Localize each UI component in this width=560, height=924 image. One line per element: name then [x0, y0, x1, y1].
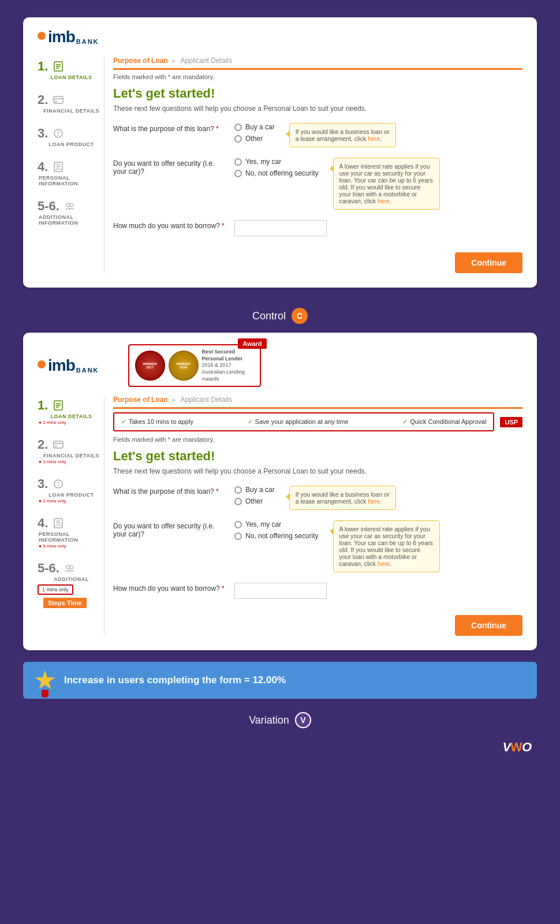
- var-step-4-icon: [51, 516, 65, 530]
- var-form-title: Let's get started!: [113, 449, 522, 464]
- var-step-2-label: FINANCIAL DETAILS: [42, 453, 99, 459]
- tooltip-link-1[interactable]: here: [368, 135, 380, 142]
- security-tooltip: A lower interest rate applies if you use…: [333, 158, 440, 210]
- variation-imb-bank-text: BANK: [76, 367, 99, 374]
- imb-bank-text: BANK: [76, 38, 99, 45]
- radio-btn-buy-car[interactable]: [234, 124, 242, 131]
- security-radio-group: Yes, my car No, not offering security: [234, 158, 319, 177]
- var-step-2-icon: [51, 438, 65, 452]
- var-security-tooltip: A lower interest rate applies if you use…: [333, 520, 440, 572]
- var-step-2-number: 2.: [38, 438, 48, 451]
- steps-time-label: Steps Time: [43, 598, 87, 608]
- radio-other[interactable]: Other: [234, 135, 275, 143]
- var-field-purpose: What is the purpose of this loan? * Buy …: [113, 486, 522, 510]
- var-radio-no-security[interactable]: No, not offering security: [234, 532, 319, 540]
- var-step-56-number: 5-6.: [38, 562, 59, 575]
- variation-sidebar: 1. LOAN DETAILS ● 2 mins only: [38, 396, 104, 636]
- result-text: Increase in users completing the form = …: [64, 675, 286, 686]
- svg-point-27: [70, 565, 73, 569]
- svg-point-25: [57, 521, 60, 524]
- var-radio-yes-car-label: Yes, my car: [245, 520, 281, 528]
- radio-yes-car[interactable]: Yes, my car: [234, 158, 319, 166]
- svg-point-12: [66, 203, 70, 207]
- tooltip-link-2[interactable]: here: [378, 198, 390, 204]
- var-borrow-input[interactable]: [234, 583, 327, 599]
- radio-btn-other[interactable]: [234, 135, 242, 143]
- usp-bar: ✓Takes 10 mins to apply ✓Save your appli…: [113, 412, 494, 431]
- var-radio-buy-car-label: Buy a car: [245, 486, 275, 494]
- award-logos: WINNER2017 WINNER2016 Best Secured Perso…: [128, 344, 261, 387]
- var-breadcrumb-inactive: Applicant Details: [181, 396, 232, 404]
- imb-logo: imb BANK: [38, 29, 522, 45]
- logo-dot: [38, 32, 46, 40]
- field-security: Do you want to offer security (i.e. your…: [113, 158, 522, 210]
- var-sidebar-step-56[interactable]: 5-6. ADDITIONAL 1 mins only: [38, 561, 104, 608]
- sidebar-step-2[interactable]: 2. FINANCIAL DETAILS: [38, 93, 104, 114]
- var-field-purpose-label: What is the purpose of this loan? *: [113, 486, 226, 495]
- usp-label-tag: USP: [500, 417, 522, 427]
- sidebar-step-56[interactable]: 5-6. ADDITIONAL INFORMATION: [38, 199, 104, 226]
- borrow-input[interactable]: [234, 220, 327, 236]
- sidebar-step-4[interactable]: 4. PERSONAL INFORMATION: [38, 160, 104, 187]
- radio-no-security-label: No, not offering security: [245, 169, 319, 177]
- var-sidebar-step-1[interactable]: 1. LOAN DETAILS ● 2 mins only: [38, 398, 104, 425]
- step-56-label: ADDITIONAL INFORMATION: [38, 214, 104, 226]
- svg-point-13: [70, 203, 73, 207]
- var-step-56-icon: [63, 561, 77, 575]
- step-3-number: 3.: [38, 127, 48, 140]
- purpose-tooltip: If you would like a business loan or a l…: [289, 123, 396, 147]
- var-sidebar-step-4[interactable]: 4. PERSONAL INFORMATION ● 3 mins only: [38, 516, 104, 549]
- var-form-subtitle: These next few questions will help you c…: [113, 467, 522, 475]
- svg-point-20: [55, 446, 57, 448]
- var-radio-yes-car[interactable]: Yes, my car: [234, 520, 319, 528]
- svg-rect-18: [54, 441, 63, 448]
- variation-badge: V: [295, 712, 311, 728]
- var-radio-btn-other[interactable]: [234, 498, 242, 505]
- var-tooltip-link-1[interactable]: here: [368, 498, 380, 505]
- radio-buy-car-label: Buy a car: [245, 123, 275, 131]
- svg-point-11: [57, 165, 60, 167]
- var-clearfix: Continue: [113, 609, 522, 636]
- sidebar-step-1[interactable]: 1. LOAN DETAILS: [38, 59, 104, 80]
- var-field-security-label: Do you want to offer security (i.e. your…: [113, 520, 226, 538]
- control-card: imb BANK 1.: [23, 17, 537, 288]
- radio-no-security[interactable]: No, not offering security: [234, 169, 319, 177]
- var-step-1-icon: [51, 398, 65, 412]
- var-step-3-label: LOAN PRODUCT: [47, 492, 94, 498]
- var-step-3-sublabel: ● 2 mins only: [38, 498, 104, 504]
- step-2-icon: [51, 93, 65, 107]
- var-sidebar-step-2[interactable]: 2. FINANCIAL DETAILS ● 1 mins only: [38, 438, 104, 464]
- var-radio-btn-buy-car[interactable]: [234, 486, 242, 494]
- var-tooltip-link-2[interactable]: here: [378, 560, 390, 567]
- variation-card: imb BANK WINNER2017 WINNER2016 Best Secu…: [23, 333, 537, 650]
- radio-buy-car[interactable]: Buy a car: [234, 123, 275, 131]
- sidebar: 1. LOAN DETAILS: [38, 57, 104, 273]
- var-radio-no-security-label: No, not offering security: [245, 532, 319, 540]
- var-radio-other-label: Other: [245, 497, 263, 505]
- control-badge: C: [292, 308, 308, 324]
- svg-point-6: [55, 101, 57, 103]
- award-description: Best Secured Personal Lender2016 & 2017 …: [202, 349, 254, 382]
- var-radio-btn-no-security[interactable]: [234, 532, 242, 540]
- var-radio-other[interactable]: Other: [234, 497, 275, 505]
- mandatory-note: Fields marked with * are mandatory.: [113, 73, 522, 80]
- var-continue-button[interactable]: Continue: [455, 615, 522, 636]
- required-star: *: [216, 125, 219, 133]
- var-sidebar-step-3[interactable]: 3. LOAN PRODUCT ● 2 mins only: [38, 477, 104, 504]
- step-2-label: FINANCIAL DETAILS: [42, 108, 99, 114]
- var-step-2-sublabel: ● 1 mins only: [38, 459, 104, 464]
- var-radio-buy-car[interactable]: Buy a car: [234, 486, 275, 494]
- award-gold-text: WINNER2016: [176, 362, 190, 370]
- result-star-icon: [35, 670, 55, 691]
- continue-button[interactable]: Continue: [455, 252, 522, 273]
- step-4-number: 4.: [38, 161, 48, 173]
- radio-btn-yes-car[interactable]: [234, 158, 242, 166]
- sidebar-step-3[interactable]: 3. LOAN PRODUCT: [38, 126, 104, 147]
- field-purpose: What is the purpose of this loan? * Buy …: [113, 123, 522, 147]
- var-mandatory-note: Fields marked with * are mandatory.: [113, 436, 522, 443]
- variation-form-container: 1. LOAN DETAILS ● 2 mins only: [38, 396, 522, 636]
- var-breadcrumb: Purpose of Loan ► Applicant Details: [113, 396, 522, 409]
- radio-btn-no-security[interactable]: [234, 170, 242, 177]
- step-56-icon: [63, 199, 77, 213]
- var-radio-btn-yes-car[interactable]: [234, 521, 242, 528]
